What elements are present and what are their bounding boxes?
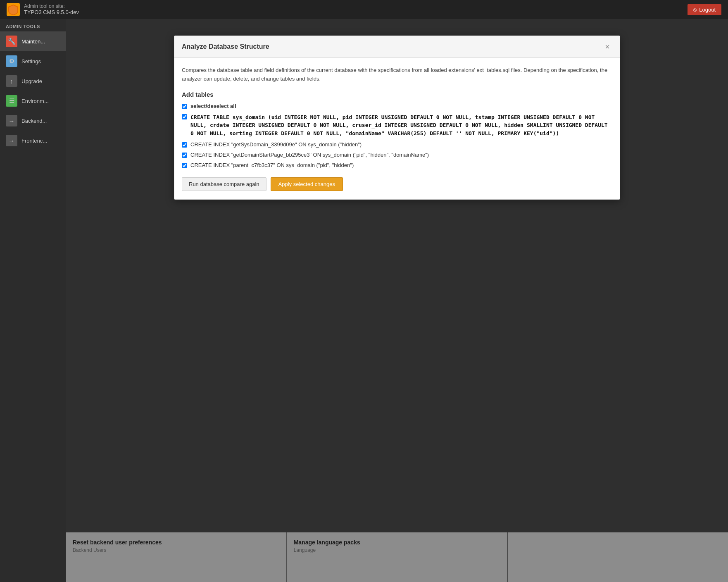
create-table-row: CREATE TABLE sys_domain (uid INTEGER NOT… (182, 113, 612, 138)
sidebar-label-frontend: Frontenc... (21, 138, 47, 144)
main-content: Analyze Database Structure × Compares th… (66, 19, 728, 582)
environment-icon: ☰ (6, 95, 17, 107)
index-checkbox-0[interactable] (182, 142, 187, 148)
sidebar-label-upgrade: Upgrade (21, 78, 42, 84)
create-table-sql: CREATE TABLE sys_domain (uid INTEGER NOT… (190, 113, 612, 138)
index-row-1: CREATE INDEX "getDomainStartPage_bb295ce… (182, 152, 612, 158)
modal-body: Compares the database table and field de… (174, 58, 620, 199)
typo3-logo (7, 3, 20, 16)
logout-icon: ⎋ (693, 7, 697, 13)
select-all-checkbox[interactable] (182, 104, 187, 109)
run-compare-button[interactable]: Run database compare again (182, 177, 266, 191)
sidebar-item-settings[interactable]: ⚙ Settings (0, 51, 66, 71)
analyze-db-modal: Analyze Database Structure × Compares th… (174, 36, 620, 200)
index-label-0: CREATE INDEX "getSysDomain_3399d09e" ON … (190, 141, 362, 148)
frontend-icon: → (6, 135, 17, 146)
sidebar-header: ADMIN TOOLS (0, 19, 66, 31)
index-checkbox-1[interactable] (182, 153, 187, 158)
section-add-tables-title: Add tables (182, 91, 612, 98)
logout-label: Logout (699, 7, 716, 13)
admin-label: Admin tool on site: (24, 3, 79, 9)
index-label-2: CREATE INDEX "parent_c7fb3c37" ON sys_do… (190, 162, 354, 168)
site-name: TYPO3 CMS 9.5.0-dev (24, 9, 79, 16)
sidebar-item-frontend[interactable]: → Frontenc... (0, 131, 66, 150)
select-all-label: select/deselect all (190, 103, 236, 109)
sidebar-label-environment: Environm... (21, 98, 49, 104)
sidebar-label-backend: Backend... (21, 118, 47, 124)
sidebar-item-environment[interactable]: ☰ Environm... (0, 91, 66, 111)
button-row: Run database compare again Apply selecte… (182, 177, 612, 191)
modal-description: Compares the database table and field de… (182, 66, 612, 83)
modal-title: Analyze Database Structure (182, 43, 269, 50)
sidebar-item-backend[interactable]: → Backend... (0, 111, 66, 131)
gear-icon: ⚙ (6, 55, 17, 67)
backend-icon: → (6, 115, 17, 126)
select-all-row: select/deselect all (182, 103, 612, 109)
sidebar-item-maintenance[interactable]: 🔧 Mainten... (0, 31, 66, 51)
sidebar-label-settings: Settings (21, 58, 41, 64)
logout-button[interactable]: ⎋ Logout (688, 4, 721, 15)
modal-close-button[interactable]: × (602, 42, 612, 52)
upgrade-icon: ↑ (6, 75, 17, 87)
wrench-icon: 🔧 (6, 36, 17, 47)
index-label-1: CREATE INDEX "getDomainStartPage_bb295ce… (190, 152, 429, 158)
create-table-checkbox[interactable] (182, 114, 187, 119)
topbar-left: Admin tool on site: TYPO3 CMS 9.5.0-dev (7, 3, 79, 16)
sidebar: ADMIN TOOLS 🔧 Mainten... ⚙ Settings ↑ Up… (0, 19, 66, 582)
modal-header: Analyze Database Structure × (174, 36, 620, 58)
index-row-0: CREATE INDEX "getSysDomain_3399d09e" ON … (182, 141, 612, 148)
index-row-2: CREATE INDEX "parent_c7fb3c37" ON sys_do… (182, 162, 612, 168)
apply-changes-button[interactable]: Apply selected changes (271, 177, 343, 191)
sidebar-item-upgrade[interactable]: ↑ Upgrade (0, 71, 66, 91)
sidebar-label-maintenance: Mainten... (21, 38, 45, 45)
topbar: Admin tool on site: TYPO3 CMS 9.5.0-dev … (0, 0, 728, 19)
index-checkbox-2[interactable] (182, 163, 187, 168)
topbar-title: Admin tool on site: TYPO3 CMS 9.5.0-dev (24, 3, 79, 16)
